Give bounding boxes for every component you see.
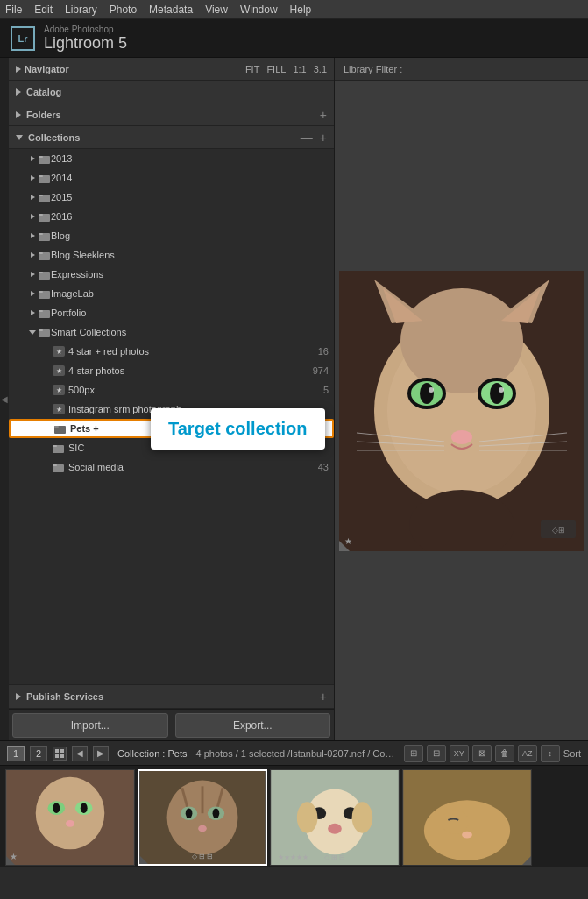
thumb-corner-right: [522, 856, 531, 865]
collections-controls: — +: [301, 131, 327, 145]
collection-label: Blog: [51, 230, 329, 241]
svg-point-63: [81, 803, 88, 813]
collection-item-expressions[interactable]: Expressions: [9, 265, 334, 284]
collections-header[interactable]: Collections — +: [9, 126, 334, 149]
menu-library[interactable]: Library: [65, 4, 97, 16]
catalog-toggle-icon: [16, 88, 21, 96]
collection-label: Portfolio: [51, 308, 329, 318]
grid-view-button[interactable]: [53, 747, 67, 761]
sort-order-icon[interactable]: ↕: [541, 745, 560, 762]
folder-icon: [39, 288, 51, 299]
collection-item-2013[interactable]: 2013: [9, 149, 334, 168]
collection-item-portfolio[interactable]: Portfolio: [9, 303, 334, 322]
publish-services-label: Publish Services: [26, 691, 320, 702]
menu-help[interactable]: Help: [290, 4, 312, 16]
filmstrip-thumb-2[interactable]: ◇⊞⊟: [138, 769, 267, 866]
export-button[interactable]: Export...: [175, 713, 331, 738]
collection-count: 16: [318, 346, 329, 357]
prev-button[interactable]: ◀: [72, 746, 88, 761]
menu-file[interactable]: File: [5, 4, 22, 16]
folders-header[interactable]: Folders +: [9, 103, 334, 126]
collection-item-2014[interactable]: 2014: [9, 168, 334, 188]
app-subtitle: Adobe Photoshop: [44, 25, 127, 34]
publish-services-header[interactable]: Publish Services +: [9, 684, 334, 709]
collections-plus[interactable]: +: [320, 131, 327, 145]
filmstrip-thumb-3[interactable]: ◇⊞⊟ ★★★★★: [270, 769, 400, 866]
app-title-group: Adobe Photoshop Lightroom 5: [44, 25, 127, 53]
zoom-fill[interactable]: FILL: [266, 64, 286, 74]
collections-minus[interactable]: —: [301, 131, 313, 145]
photo-corner-icon: [339, 541, 350, 551]
svg-point-71: [186, 808, 193, 818]
folders-add-icon[interactable]: +: [320, 108, 327, 122]
folder-icon: [39, 327, 51, 337]
collection-count: 5: [323, 385, 329, 395]
publish-toggle-icon: [16, 693, 21, 700]
view-survey-icon[interactable]: ⊠: [472, 745, 492, 762]
collection-label: 2015: [51, 192, 329, 202]
svg-rect-56: [55, 754, 59, 758]
filmstrip-thumb-1[interactable]: ★: [5, 769, 135, 866]
svg-text:◇⊞: ◇⊞: [551, 526, 564, 534]
expand-icon: [31, 156, 35, 161]
navigator-header[interactable]: Navigator FIT FILL 1:1 3.1: [9, 58, 334, 81]
svg-point-31: [400, 288, 523, 393]
zoom-fit[interactable]: FIT: [245, 64, 260, 74]
collection-item-500px[interactable]: ★ 500px 5: [9, 380, 334, 400]
svg-rect-19: [39, 329, 43, 331]
collection-item-4star[interactable]: ★ 4-star photos 974: [9, 361, 334, 380]
collection-item-2015[interactable]: 2015: [9, 188, 334, 207]
app-logo: Lr: [11, 26, 35, 51]
menubar: File Edit Library Photo Metadata View Wi…: [0, 0, 588, 19]
trash-icon[interactable]: 🗑: [495, 745, 514, 762]
left-panel-handle[interactable]: ◀: [0, 58, 9, 740]
collection-item-imagelab[interactable]: ImageLab: [9, 284, 334, 303]
page-2-button[interactable]: 2: [30, 746, 47, 761]
expand-icon: [31, 291, 35, 296]
collection-item-blog[interactable]: Blog: [9, 226, 334, 245]
collection-label: Blog Sleeklens: [51, 250, 329, 260]
navigator-label: Navigator: [25, 64, 245, 74]
collection-item-4star-red[interactable]: ★ 4 star + red photos 16: [9, 342, 334, 361]
folders-label: Folders: [26, 110, 320, 120]
zoom-level[interactable]: 3.1: [314, 64, 327, 74]
collection-item-social-media[interactable]: Social media 43: [9, 457, 334, 477]
menu-edit[interactable]: Edit: [34, 4, 53, 16]
view-xy-icon[interactable]: XY: [450, 745, 469, 762]
catalog-header[interactable]: Catalog: [9, 81, 334, 103]
folder-icon: [39, 250, 51, 260]
zoom-1to1[interactable]: 1:1: [293, 64, 306, 74]
view-grid-icon[interactable]: ⊞: [404, 745, 423, 762]
next-button[interactable]: ▶: [93, 746, 109, 761]
svg-point-74: [198, 825, 207, 832]
collection-item-smart-collections[interactable]: Smart Collections: [9, 322, 334, 342]
publish-services-add[interactable]: +: [320, 690, 327, 704]
collection-item-pets[interactable]: Pets + Target collection: [9, 419, 334, 438]
collections-label: Collections: [28, 132, 301, 143]
page-1-button[interactable]: 1: [7, 746, 25, 761]
menu-view[interactable]: View: [205, 4, 228, 16]
collection-label: 4 star + red photos: [68, 346, 318, 357]
collections-toggle-icon: [16, 135, 23, 140]
main-layout: ◀ Navigator FIT FILL 1:1 3.1 Catalog Fol…: [0, 58, 588, 740]
sort-alpha-icon[interactable]: AZ: [518, 745, 537, 762]
expand-icon: [31, 252, 35, 258]
menu-metadata[interactable]: Metadata: [149, 4, 193, 16]
menu-window[interactable]: Window: [240, 4, 278, 16]
collections-tree: 2013 2014 2015 2016: [9, 149, 334, 684]
filmstrip-thumb-4[interactable]: [402, 769, 532, 866]
collection-item-blog-sleeklens[interactable]: Blog Sleeklens: [9, 245, 334, 265]
expand-icon: [31, 214, 35, 219]
folder-icon: [39, 308, 51, 318]
folder-icon: [39, 173, 51, 183]
import-button[interactable]: Import...: [12, 713, 168, 738]
svg-rect-3: [39, 175, 43, 177]
view-compare-icon[interactable]: ⊟: [427, 745, 446, 762]
collection-label: 2013: [51, 153, 329, 164]
collection-label: Social media: [68, 462, 318, 472]
grid-icon: [55, 749, 64, 758]
menu-photo[interactable]: Photo: [110, 4, 137, 16]
library-filter-label: Library Filter :: [344, 64, 402, 74]
thumb-photo-3: [271, 770, 399, 865]
collection-item-2016[interactable]: 2016: [9, 207, 334, 226]
